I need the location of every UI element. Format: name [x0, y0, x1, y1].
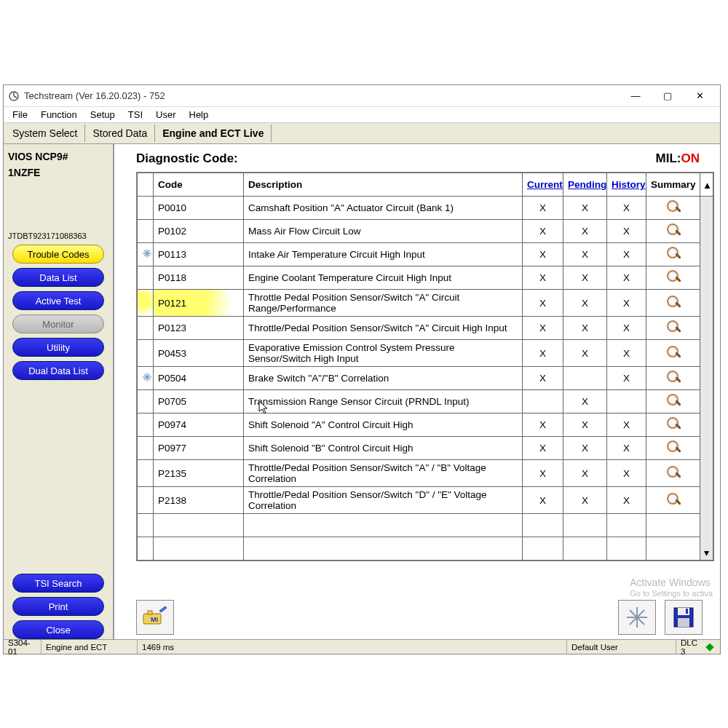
- dtc-summary[interactable]: [646, 437, 700, 460]
- dtc-pending: X: [563, 266, 607, 290]
- dtc-code: P2138: [154, 487, 244, 514]
- freeze-flag: [138, 220, 154, 243]
- table-row[interactable]: P0121Throttle Pedal Position Sensor/Swit…: [138, 290, 713, 317]
- dtc-current: X: [523, 367, 563, 390]
- sidebar-bottom-button-tsi-search[interactable]: TSI Search: [12, 574, 104, 593]
- dtc-summary[interactable]: [646, 367, 700, 390]
- dtc-current: X: [523, 340, 563, 367]
- snowflake-button[interactable]: [618, 600, 656, 635]
- svg-rect-20: [678, 618, 689, 627]
- engine-health-button[interactable]: MI: [136, 600, 174, 635]
- dtc-code: P0121: [154, 290, 244, 317]
- dtc-summary[interactable]: [646, 390, 700, 414]
- table-row[interactable]: P0504Brake Switch "A"/"B" CorrelationXX: [138, 367, 713, 390]
- menu-user[interactable]: User: [150, 108, 181, 122]
- scrollbar[interactable]: ▾: [700, 197, 713, 561]
- table-row[interactable]: P0705Transmission Range Sensor Circuit (…: [138, 390, 713, 414]
- scroll-up[interactable]: ▴: [700, 173, 713, 197]
- dtc-summary[interactable]: [646, 487, 700, 514]
- scroll-down[interactable]: ▾: [702, 547, 711, 558]
- sidebar: VIOS NCP9# 1NZFE JTDBT923171088363 Troub…: [4, 144, 114, 639]
- magnify-icon[interactable]: [665, 269, 681, 285]
- sidebar-button-active-test[interactable]: Active Test: [12, 291, 104, 310]
- magnify-icon[interactable]: [665, 199, 681, 215]
- magnify-icon[interactable]: [665, 245, 681, 261]
- tab-engine-and-ect-live[interactable]: Engine and ECT Live: [155, 124, 272, 142]
- sidebar-button-trouble-codes[interactable]: Trouble Codes: [12, 245, 104, 264]
- dtc-summary[interactable]: [646, 460, 700, 487]
- magnify-icon[interactable]: [665, 319, 681, 335]
- dtc-pending: X: [563, 390, 607, 414]
- dtc-code: P0010: [154, 197, 244, 220]
- table-row[interactable]: P0453Evaporative Emission Control System…: [138, 340, 713, 367]
- dtc-history: X: [607, 290, 646, 317]
- table-row[interactable]: P0010Camshaft Position "A" Actuator Circ…: [138, 197, 713, 220]
- menubar: FileFunctionSetupTSIUserHelp: [4, 107, 720, 123]
- table-row[interactable]: P2138Throttle/Pedal Position Sensor/Swit…: [138, 487, 713, 514]
- magnify-icon[interactable]: [665, 369, 681, 385]
- table-row[interactable]: P2135Throttle/Pedal Position Sensor/Swit…: [138, 460, 713, 487]
- dtc-history: X: [607, 243, 646, 266]
- close-button[interactable]: ✕: [684, 86, 716, 106]
- sidebar-button-data-list[interactable]: Data List: [12, 268, 104, 287]
- dtc-code: P0113: [154, 243, 244, 266]
- table-row[interactable]: P0123Throttle/Pedal Position Sensor/Swit…: [138, 317, 713, 340]
- menu-tsi[interactable]: TSI: [122, 108, 149, 122]
- dtc-summary[interactable]: [646, 220, 700, 243]
- tab-stored-data[interactable]: Stored Data: [85, 124, 155, 142]
- dtc-summary[interactable]: [646, 197, 700, 220]
- magnify-icon[interactable]: [665, 222, 681, 238]
- dtc-summary[interactable]: [646, 414, 700, 437]
- mil-label: MIL:: [656, 151, 681, 165]
- th-code[interactable]: Code: [154, 173, 244, 197]
- snowflake-icon: [142, 248, 152, 258]
- dtc-history: X: [607, 414, 646, 437]
- magnify-icon[interactable]: [665, 491, 681, 507]
- th-summary[interactable]: Summary: [646, 173, 700, 197]
- tab-system-select[interactable]: System Select: [5, 124, 85, 142]
- sidebar-bottom-button-close[interactable]: Close: [12, 620, 104, 639]
- table-row[interactable]: P0102Mass Air Flow Circuit LowXXX: [138, 220, 713, 243]
- th-description[interactable]: Description: [244, 173, 523, 197]
- table-row[interactable]: P0118Engine Coolant Temperature Circuit …: [138, 266, 713, 290]
- dtc-summary[interactable]: [646, 340, 700, 367]
- save-button[interactable]: [665, 600, 703, 635]
- magnify-icon[interactable]: [665, 344, 681, 360]
- dtc-current: X: [523, 220, 563, 243]
- menu-setup[interactable]: Setup: [84, 108, 121, 122]
- minimize-button[interactable]: —: [620, 86, 652, 106]
- magnify-icon[interactable]: [665, 416, 681, 432]
- vehicle-model: VIOS NCP9#: [4, 149, 113, 165]
- sidebar-bottom-button-print[interactable]: Print: [12, 597, 104, 616]
- table-row[interactable]: P0977Shift Solenoid "B" Control Circuit …: [138, 437, 713, 460]
- th-pending[interactable]: Pending: [563, 173, 607, 197]
- menu-help[interactable]: Help: [183, 108, 215, 122]
- mil-value: ON: [681, 151, 700, 165]
- dtc-summary[interactable]: [646, 266, 700, 290]
- dtc-current: X: [523, 460, 563, 487]
- th-history[interactable]: History: [607, 173, 646, 197]
- menu-file[interactable]: File: [7, 108, 33, 122]
- dtc-current: X: [523, 197, 563, 220]
- dtc-summary[interactable]: [646, 317, 700, 340]
- sidebar-button-utility[interactable]: Utility: [12, 338, 104, 357]
- magnify-icon[interactable]: [665, 439, 681, 455]
- maximize-button[interactable]: ▢: [652, 86, 684, 106]
- dtc-summary[interactable]: [646, 290, 700, 317]
- menu-function[interactable]: Function: [35, 108, 83, 122]
- sidebar-button-dual-data-list[interactable]: Dual Data List: [12, 361, 104, 380]
- dtc-current: [523, 390, 563, 414]
- table-row[interactable]: P0974Shift Solenoid "A" Control Circuit …: [138, 414, 713, 437]
- dtc-code: P0118: [154, 266, 244, 290]
- magnify-icon[interactable]: [665, 294, 681, 310]
- magnify-icon[interactable]: [665, 464, 681, 480]
- dtc-pending: [563, 367, 607, 390]
- th-current[interactable]: Current: [523, 173, 563, 197]
- dtc-summary[interactable]: [646, 243, 700, 266]
- freeze-flag: [138, 437, 154, 460]
- dtc-description: Intake Air Temperature Circuit High Inpu…: [244, 243, 523, 266]
- magnify-icon[interactable]: [665, 392, 681, 408]
- dtc-history: [607, 390, 646, 414]
- svg-text:MI: MI: [151, 616, 158, 623]
- table-row[interactable]: P0113Intake Air Temperature Circuit High…: [138, 243, 713, 266]
